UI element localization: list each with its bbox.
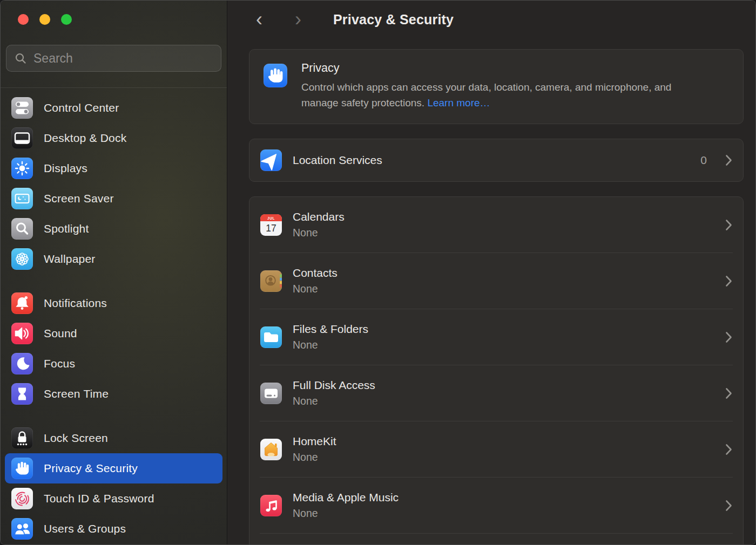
full-disk-access-icon <box>260 383 282 404</box>
sidebar-item-screen-time[interactable]: Screen Time <box>5 379 222 409</box>
sidebar-item-screen-saver[interactable]: Screen Saver <box>5 183 222 214</box>
row-title: Files & Folders <box>293 323 368 336</box>
titlebar <box>1 1 227 88</box>
lock-screen-icon <box>11 427 33 449</box>
touch-id-icon <box>11 488 33 509</box>
row-calendars[interactable]: JUL 17 Calendars None <box>249 197 743 253</box>
homekit-icon <box>260 439 282 460</box>
privacy-hand-icon <box>264 64 287 87</box>
sidebar-item-users-groups[interactable]: Users & Groups <box>5 514 222 544</box>
users-groups-icon <box>11 518 33 540</box>
chevron-right-icon <box>725 444 732 455</box>
page-header: ‹ › Privacy & Security <box>227 1 755 38</box>
row-passkeys-access[interactable]: Passkeys Access for Web Browsers None <box>249 534 743 545</box>
sidebar-item-label: Lock Screen <box>44 432 108 445</box>
sidebar-item-displays[interactable]: Displays <box>5 153 222 183</box>
row-title: HomeKit <box>293 435 336 448</box>
privacy-security-icon <box>11 458 33 479</box>
chevron-right-icon <box>725 275 732 287</box>
contacts-icon <box>260 270 282 292</box>
focus-icon <box>11 353 33 374</box>
traffic-lights <box>6 14 221 25</box>
location-services-row[interactable]: Location Services 0 <box>249 139 744 182</box>
sidebar-item-touch-id[interactable]: Touch ID & Password <box>5 483 222 514</box>
desktop-dock-icon <box>11 127 33 149</box>
row-value: None <box>293 339 368 351</box>
sidebar-item-lock-screen[interactable]: Lock Screen <box>5 423 222 453</box>
sidebar-item-label: Screen Time <box>44 387 109 400</box>
search-field[interactable] <box>6 45 221 72</box>
row-full-disk-access[interactable]: Full Disk Access None <box>249 365 743 421</box>
calendars-icon: JUL 17 <box>260 214 282 236</box>
svg-text:17: 17 <box>266 222 276 233</box>
sidebar-group-notifications: Notifications Sound Focus <box>5 288 222 409</box>
chevron-right-icon <box>725 387 732 399</box>
privacy-intro-card: Privacy Control which apps can access yo… <box>249 49 744 124</box>
zoom-button[interactable] <box>61 14 72 25</box>
sidebar-group-security: Lock Screen Privacy & Security <box>5 423 222 544</box>
sidebar-item-focus[interactable]: Focus <box>5 349 222 379</box>
row-title: Contacts <box>293 267 338 280</box>
sidebar-item-label: Users & Groups <box>44 522 126 535</box>
location-services-label: Location Services <box>293 154 382 167</box>
sidebar-item-control-center[interactable]: Control Center <box>5 93 222 123</box>
displays-icon <box>11 158 33 179</box>
close-button[interactable] <box>18 14 29 25</box>
wallpaper-icon <box>11 248 33 270</box>
sidebar: Control Center Desktop & Dock <box>1 1 227 544</box>
chevron-right-icon <box>725 219 732 231</box>
row-contacts[interactable]: Contacts None <box>249 253 743 309</box>
sidebar-item-sound[interactable]: Sound <box>5 318 222 349</box>
media-apple-music-icon <box>260 495 282 516</box>
privacy-card-description: Control which apps can access your data,… <box>301 80 685 111</box>
svg-text:JUL: JUL <box>267 216 275 220</box>
permissions-card: JUL 17 Calendars None <box>249 196 744 545</box>
row-title: Calendars <box>293 210 345 223</box>
sidebar-item-label: Control Center <box>44 101 119 114</box>
page-title: Privacy & Security <box>333 12 454 28</box>
sidebar-item-wallpaper[interactable]: Wallpaper <box>5 244 222 274</box>
screen-time-icon <box>11 383 33 405</box>
sidebar-item-label: Notifications <box>44 297 107 310</box>
files-folders-icon <box>260 326 282 348</box>
row-title: Full Disk Access <box>293 379 375 392</box>
learn-more-link[interactable]: Learn more… <box>427 97 490 108</box>
sidebar-item-privacy-security[interactable]: Privacy & Security <box>5 453 222 483</box>
location-services-count: 0 <box>700 154 707 167</box>
sidebar-item-label: Desktop & Dock <box>44 132 126 145</box>
sidebar-item-label: Touch ID & Password <box>44 492 154 505</box>
row-value: None <box>293 283 338 295</box>
row-value: None <box>293 451 336 464</box>
sidebar-group-appearance: Control Center Desktop & Dock <box>5 93 222 274</box>
row-files-folders[interactable]: Files & Folders None <box>249 309 743 365</box>
back-button[interactable]: ‹ <box>250 10 268 29</box>
privacy-card-title: Privacy <box>301 62 685 75</box>
sidebar-item-label: Privacy & Security <box>44 462 138 475</box>
sidebar-item-label: Spotlight <box>44 222 89 235</box>
row-title: Media & Apple Music <box>293 491 399 504</box>
location-services-icon <box>260 149 282 171</box>
control-center-icon <box>11 97 33 119</box>
screen-saver-icon <box>11 188 33 209</box>
settings-window: Control Center Desktop & Dock <box>0 0 756 545</box>
row-value: None <box>293 227 345 239</box>
row-homekit[interactable]: HomeKit None <box>249 421 743 477</box>
sidebar-item-label: Screen Saver <box>44 192 114 205</box>
settings-content: Privacy Control which apps can access yo… <box>227 38 755 545</box>
sidebar-item-spotlight[interactable]: Spotlight <box>5 214 222 244</box>
sidebar-item-label: Wallpaper <box>44 253 96 265</box>
search-input[interactable] <box>33 51 213 66</box>
sidebar-item-label: Sound <box>44 327 77 340</box>
sidebar-item-desktop-dock[interactable]: Desktop & Dock <box>5 123 222 153</box>
sidebar-nav: Control Center Desktop & Dock <box>1 88 227 544</box>
row-value: None <box>293 395 375 407</box>
chevron-right-icon <box>725 331 732 343</box>
sound-icon <box>11 323 33 344</box>
row-media-apple-music[interactable]: Media & Apple Music None <box>249 478 743 533</box>
minimize-button[interactable] <box>39 14 50 25</box>
main-panel: ‹ › Privacy & Security <box>227 1 755 544</box>
chevron-right-icon <box>725 154 732 166</box>
forward-button[interactable]: › <box>289 10 307 29</box>
row-value: None <box>293 507 399 520</box>
sidebar-item-notifications[interactable]: Notifications <box>5 288 222 318</box>
